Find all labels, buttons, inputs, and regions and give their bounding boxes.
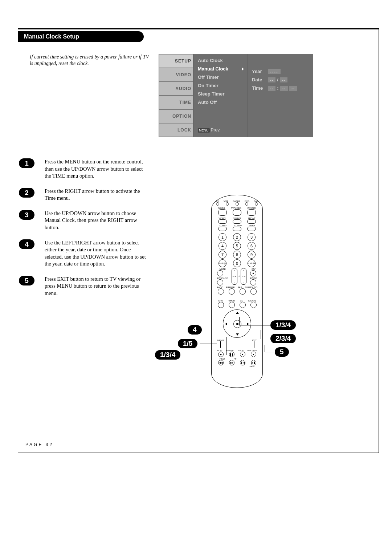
osd-item-auto-off: Auto Off xyxy=(194,98,248,106)
skip-back-button[interactable]: ❚◀ xyxy=(240,360,245,365)
num-8-button[interactable]: 8 xyxy=(233,251,241,259)
surround-button[interactable] xyxy=(250,288,257,295)
rew-button[interactable]: ◀◀ xyxy=(218,360,224,365)
num-7-button[interactable]: 7 xyxy=(219,251,226,259)
osd-cat-time: TIME xyxy=(159,96,193,109)
remote-row-a-buttons xyxy=(215,209,259,216)
dpad-ok-button[interactable] xyxy=(233,320,241,328)
osd-cat-lock: LOCK xyxy=(159,123,193,137)
remote-transport-a-buttons: ▶ ❚❚ ■ ● xyxy=(215,352,259,357)
timer-button[interactable] xyxy=(229,302,235,308)
ez-sound-button[interactable] xyxy=(217,279,223,285)
step-number: 1 xyxy=(19,158,34,168)
remote-numpad-456: 4 5 6 xyxy=(215,242,259,250)
remote-row-e-buttons xyxy=(215,302,259,308)
osd-item-on-timer: On Timer xyxy=(194,81,248,90)
front-button[interactable] xyxy=(247,219,256,224)
comp1-button[interactable] xyxy=(218,227,227,231)
num-5-button[interactable]: 5 xyxy=(233,242,241,250)
num-9-button[interactable]: 9 xyxy=(248,251,256,259)
signal-button[interactable] xyxy=(250,302,257,308)
remote-diagram: TV VCR CABLE DVD SAT MODE TV/VIDEO POWER xyxy=(211,195,263,388)
play-button[interactable]: ▶ xyxy=(218,352,224,357)
dash-button[interactable]: DASH(-) xyxy=(219,259,226,267)
callout-2-3-4: 2/3/4 xyxy=(270,334,296,343)
step-text: Use the UP/DOWN arrow button to choose M… xyxy=(45,210,148,231)
num-1-button[interactable]: 1 xyxy=(219,233,226,241)
stop-button[interactable]: ■ xyxy=(240,352,245,357)
step-text: Press the MENU button on the remote cont… xyxy=(45,158,148,180)
leader-line xyxy=(259,345,265,345)
ff-button[interactable]: ▶▶ xyxy=(229,360,234,365)
dpad-down-button[interactable] xyxy=(236,333,239,336)
leader-line xyxy=(261,339,270,339)
remote-device-leds xyxy=(215,202,259,206)
osd-cat-audio: AUDIO xyxy=(159,82,193,95)
step-number: 4 xyxy=(19,239,34,249)
record-button[interactable]: ● xyxy=(251,352,256,357)
mode-button[interactable] xyxy=(218,209,227,216)
flashbk-button[interactable]: FLASHBK xyxy=(248,259,256,267)
osd-prev-hint: MENUPrev. xyxy=(194,125,248,135)
hdmi-button[interactable] xyxy=(247,227,256,231)
remote-row-b-buttons xyxy=(215,219,259,224)
leader-line xyxy=(261,330,261,339)
dpad xyxy=(223,309,251,338)
num-6-button[interactable]: 6 xyxy=(248,242,256,250)
osd-item-auto-clock: Auto Clock xyxy=(194,56,248,65)
border-right xyxy=(379,28,379,453)
step-1: 1 Press the MENU button on the remote co… xyxy=(19,158,148,180)
skip-fwd-button[interactable]: ▶❚ xyxy=(251,360,256,365)
dpad-left-button[interactable] xyxy=(225,323,227,325)
border-top xyxy=(18,28,379,29)
remote-mute-vol-fav: MUTE EZ SOUND −VOL− + −CH− FAV ★ EZ PIC xyxy=(215,268,259,285)
step-number: 3 xyxy=(19,210,34,220)
leader-line xyxy=(265,345,265,352)
remote-numpad-789: 7 8 9 xyxy=(215,251,259,259)
video2-button[interactable] xyxy=(233,219,241,224)
leader-line xyxy=(239,317,240,325)
step-4: 4 Use the LEFT/RIGHT arrow button to sel… xyxy=(19,239,148,268)
manual-page: Manual Clock Setup If current time setti… xyxy=(0,0,392,555)
menu-button[interactable] xyxy=(220,341,221,348)
osd-cat-option: OPTION xyxy=(159,110,193,123)
osd-menu-items: Auto Clock Manual Clock Off Timer On Tim… xyxy=(194,54,248,137)
num-3-button[interactable]: 3 xyxy=(248,233,256,241)
osd-menu-categories: SETUP VIDEO AUDIO TIME OPTION LOCK xyxy=(159,54,194,137)
sap-button[interactable] xyxy=(240,288,246,295)
osd-menu-values: Year ---- Date -- / -- Time -- : -- -- xyxy=(248,54,313,137)
remote-numpad-bottom: DASH(-) 0 FLASHBK xyxy=(215,259,259,267)
leader-line xyxy=(239,325,270,325)
leader-line xyxy=(186,355,226,355)
tv-video-button[interactable] xyxy=(233,209,241,216)
remote-menu-exit: MENU EXIT xyxy=(215,339,259,348)
osd-container: SETUP VIDEO AUDIO TIME OPTION LOCK Auto … xyxy=(159,54,313,137)
skip-label: SKIP xyxy=(215,365,259,368)
dpad-up-button[interactable] xyxy=(236,312,239,314)
osd-field-year: Year ---- xyxy=(252,69,309,74)
leader-line xyxy=(226,337,232,337)
leader-line xyxy=(200,344,217,344)
cc-button[interactable] xyxy=(240,302,246,308)
vol-rocker[interactable]: −VOL− xyxy=(232,268,237,285)
freeze-button[interactable] xyxy=(229,288,235,295)
mute-button[interactable] xyxy=(217,270,223,276)
ez-pic-button[interactable] xyxy=(250,279,256,285)
info-button[interactable] xyxy=(218,302,224,308)
ch-rocker[interactable]: −CH− xyxy=(241,268,246,285)
num-4-button[interactable]: 4 xyxy=(219,242,226,250)
exit-button[interactable] xyxy=(254,341,254,348)
num-0-button[interactable]: 0 xyxy=(233,259,241,267)
step-number: 2 xyxy=(19,188,34,198)
intro-text: If current time setting is erased by a p… xyxy=(30,54,150,67)
num-2-button[interactable]: 2 xyxy=(233,233,241,241)
step-number: 5 xyxy=(19,276,34,285)
ratio-button[interactable] xyxy=(218,288,224,295)
comp2-button[interactable] xyxy=(233,227,241,231)
leader-line xyxy=(203,330,221,330)
step-text: Press the RIGHT arrow button to activate… xyxy=(45,188,148,202)
video1-button[interactable] xyxy=(218,219,227,224)
fav-button[interactable]: ★ xyxy=(250,270,256,276)
power-button[interactable] xyxy=(247,209,256,216)
pause-button[interactable]: ❚❚ xyxy=(229,352,234,357)
